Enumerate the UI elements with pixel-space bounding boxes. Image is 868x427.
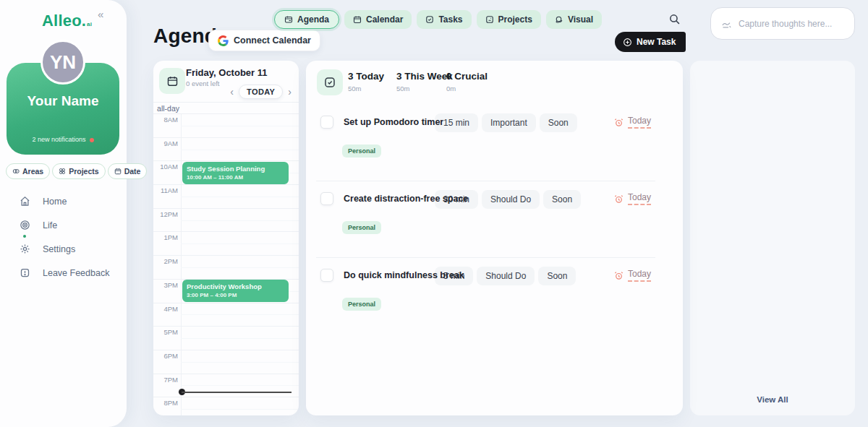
tag-personal[interactable]: Personal <box>342 145 381 158</box>
capture-pen-icon <box>721 19 732 30</box>
menu-label: Life <box>43 220 57 230</box>
all-day-row: all-day <box>153 102 299 114</box>
tab-calendar[interactable]: Calendar <box>344 10 412 29</box>
sidebar-item-life[interactable]: Life <box>0 213 127 237</box>
view-all-link[interactable]: View All <box>690 395 855 404</box>
hour-row[interactable]: 7PM <box>153 374 299 398</box>
projects-icon <box>485 15 494 24</box>
current-time-line <box>182 392 292 393</box>
task-row: Create distraction-free space 30 min Sho… <box>306 184 683 257</box>
row-divider <box>316 257 655 258</box>
connect-calendar-button[interactable]: Connect Calendar <box>208 30 320 51</box>
tasks-summary-icon <box>317 69 343 95</box>
filter-pill-projects[interactable]: Projects <box>52 163 105 179</box>
capture-input[interactable] <box>739 8 851 39</box>
logo-suffix: ai <box>87 21 92 27</box>
search-icon[interactable] <box>668 13 681 28</box>
user-name: Your Name <box>7 93 119 109</box>
task-checkbox[interactable] <box>320 269 333 282</box>
priority-chip[interactable]: Should Do <box>477 267 535 285</box>
urgency-chip[interactable]: Soon <box>540 113 577 132</box>
menu-label: Leave Feedback <box>43 268 109 278</box>
calendar-date-title: Friday, October 11 <box>186 67 267 78</box>
app-window: Alleo.ai « YN Your Name 2 new notificati… <box>0 0 868 427</box>
tag-personal[interactable]: Personal <box>342 298 381 311</box>
new-task-button[interactable]: New Task <box>615 32 686 52</box>
summary-crucial[interactable]: 0 Crucial 0m <box>446 71 488 92</box>
summary-this-week[interactable]: 3 This Week 50m <box>396 71 453 92</box>
logo-text: Alleo. <box>42 12 86 30</box>
task-panel: 3 Today 50m 3 This Week 50m 0 Crucial 0m… <box>306 61 683 415</box>
new-task-label: New Task <box>637 37 676 47</box>
home-icon <box>20 196 30 207</box>
urgency-chip[interactable]: Soon <box>538 267 576 285</box>
task-checkbox[interactable] <box>320 116 333 129</box>
task-checkbox[interactable] <box>320 192 333 205</box>
tab-label: Visual <box>568 14 593 25</box>
hour-row[interactable]: 12PM <box>153 209 299 233</box>
next-day-icon[interactable]: › <box>288 87 292 97</box>
calendar-event[interactable]: Study Session Planning 10:00 AM – 11:00 … <box>182 162 289 184</box>
filter-pill-date[interactable]: Date <box>108 163 148 179</box>
calendar-icon <box>114 168 122 175</box>
task-chips: 15 min Important Soon <box>435 113 577 132</box>
sidebar-item-leave-feedback[interactable]: Leave Feedback <box>0 261 127 285</box>
top-nav: Agenda Calendar Tasks Projects Visual <box>274 10 602 29</box>
tab-projects[interactable]: Projects <box>477 10 541 29</box>
tab-agenda[interactable]: Agenda <box>274 10 339 29</box>
google-icon <box>218 35 229 46</box>
agenda-icon <box>284 15 293 24</box>
filter-pill-label: Date <box>124 167 141 176</box>
tab-label: Calendar <box>366 14 403 25</box>
hour-row[interactable]: 8AM <box>153 114 299 138</box>
calendar-grid: all-day 8AM 9AM 10AM 11AM 12PM 1PM 2PM 3… <box>153 102 299 415</box>
urgency-chip[interactable]: Soon <box>543 190 581 209</box>
notifications-text[interactable]: 2 new notifications <box>7 136 119 143</box>
notification-dot <box>90 138 94 142</box>
alarm-icon <box>614 194 624 204</box>
hour-row[interactable]: 9AM <box>153 138 299 162</box>
tab-label: Projects <box>498 14 532 25</box>
avatar[interactable]: YN <box>41 40 85 85</box>
tag-personal[interactable]: Personal <box>342 221 381 234</box>
visual-icon <box>555 15 563 24</box>
due-date[interactable]: Today <box>614 269 651 282</box>
row-divider <box>316 181 655 181</box>
filter-pill-areas[interactable]: Areas <box>6 163 50 179</box>
priority-chip[interactable]: Important <box>482 113 536 132</box>
sidebar-menu: Home Life Settings Leave Feedback <box>0 189 127 285</box>
hour-row[interactable]: 6PM <box>153 350 299 374</box>
sidebar-item-settings[interactable]: Settings <box>0 237 127 261</box>
hour-row[interactable]: 4PM <box>153 303 299 327</box>
calendar-event[interactable]: Productivity Workshop 3:00 PM – 4:00 PM <box>182 280 289 302</box>
hour-row[interactable]: 8PM <box>153 397 299 415</box>
due-date[interactable]: Today <box>614 116 651 129</box>
sidebar-collapse-icon[interactable]: « <box>98 8 103 20</box>
menu-label: Home <box>43 197 67 207</box>
priority-chip[interactable]: Should Do <box>482 190 540 209</box>
tab-label: Tasks <box>438 14 462 25</box>
hour-row[interactable]: 11AM <box>153 185 299 209</box>
menu-label: Settings <box>43 244 75 254</box>
tab-tasks[interactable]: Tasks <box>417 10 471 29</box>
calendar-header-icon <box>159 68 185 94</box>
tab-label: Agenda <box>297 14 329 25</box>
hour-row[interactable]: 2PM <box>153 256 299 280</box>
filter-pill-label: Projects <box>69 167 98 176</box>
prev-day-icon[interactable]: ‹ <box>230 87 234 97</box>
due-date[interactable]: Today <box>614 192 651 205</box>
calendar-icon <box>353 15 362 24</box>
tab-visual[interactable]: Visual <box>546 10 602 29</box>
task-title: Create distraction-free space <box>344 194 468 204</box>
sidebar-item-home[interactable]: Home <box>0 189 127 213</box>
task-title: Do quick mindfulness break <box>344 270 464 280</box>
calendar-nav: ‹ TODAY › <box>230 85 292 99</box>
tasks-icon <box>425 15 434 24</box>
summary-today[interactable]: 3 Today 50m <box>348 71 384 92</box>
today-button[interactable]: TODAY <box>239 85 283 99</box>
hour-row[interactable]: 5PM <box>153 327 299 350</box>
sidebar-filter-row: Areas Projects Date <box>6 163 147 179</box>
right-panel: View All <box>690 61 855 415</box>
all-day-label: all-day <box>153 104 179 113</box>
hour-row[interactable]: 1PM <box>153 232 299 256</box>
